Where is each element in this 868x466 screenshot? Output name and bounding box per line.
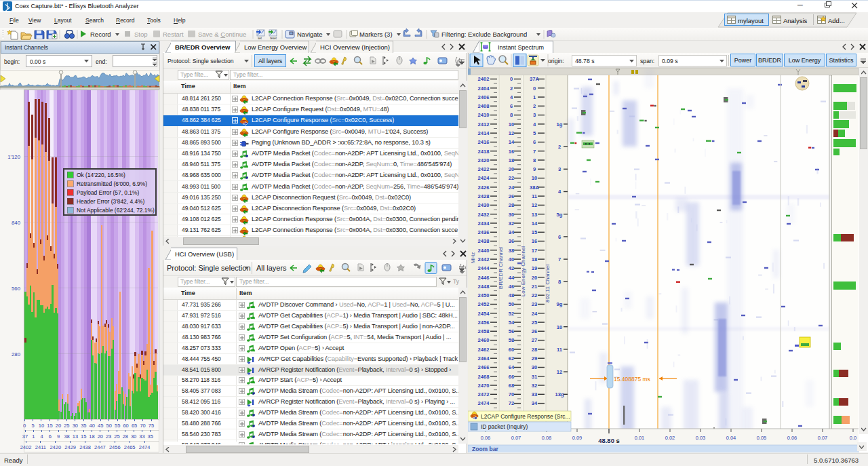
- svg-text:ID packet (Inquiry): ID packet (Inquiry): [481, 423, 528, 430]
- svg-text:5: 5: [31, 423, 34, 429]
- svg-text:40: 40: [509, 256, 514, 263]
- svg-text:40: 40: [90, 423, 95, 429]
- svg-text:4: 4: [41, 433, 43, 440]
- svg-text:35: 35: [148, 433, 153, 440]
- svg-text:60: 60: [123, 423, 128, 429]
- svg-text:18: 18: [509, 157, 514, 163]
- svg-text:2429: 2429: [64, 444, 76, 450]
- svg-text:Restart: Restart: [163, 31, 184, 38]
- svg-text:20: 20: [532, 275, 537, 281]
- svg-text:0.04: 0.04: [726, 435, 736, 441]
- svg-text:33: 33: [532, 391, 537, 397]
- svg-text:64: 64: [509, 364, 515, 370]
- svg-text:16: 16: [509, 149, 514, 155]
- svg-text:32: 32: [509, 220, 514, 227]
- svg-text:29: 29: [532, 355, 537, 362]
- svg-text:72: 72: [509, 400, 514, 406]
- svg-text:66: 66: [509, 374, 514, 380]
- svg-text:2418: 2418: [478, 149, 490, 155]
- svg-text:13: 13: [532, 212, 537, 218]
- svg-text:50: 50: [509, 301, 514, 307]
- svg-text:2450: 2450: [478, 292, 490, 298]
- svg-text:MHz: MHz: [470, 252, 476, 263]
- svg-text:0.07: 0.07: [511, 435, 521, 441]
- svg-text:6: 6: [510, 103, 513, 109]
- svg-text:Record: Record: [90, 31, 111, 38]
- svg-text:2458: 2458: [478, 328, 490, 334]
- svg-text:7: 7: [558, 256, 561, 263]
- svg-text:33: 33: [139, 433, 144, 440]
- svg-text:10: 10: [532, 175, 537, 181]
- svg-text:2444: 2444: [478, 265, 490, 271]
- svg-text:2446: 2446: [478, 275, 490, 281]
- svg-text:2474: 2474: [139, 444, 151, 450]
- svg-text:25: 25: [64, 423, 69, 429]
- svg-text:2472: 2472: [478, 391, 490, 397]
- svg-text:Filtering: Exclude Background: Filtering: Exclude Background: [441, 31, 527, 38]
- svg-text:3: 3: [558, 166, 561, 172]
- svg-text:14: 14: [509, 139, 515, 145]
- svg-text:280: 280: [12, 351, 21, 357]
- svg-text:13g: 13g: [555, 391, 564, 397]
- svg-text:45: 45: [98, 423, 103, 429]
- svg-text:2432: 2432: [478, 212, 490, 218]
- svg-text:34: 34: [509, 229, 515, 235]
- svg-text:15: 15: [81, 433, 86, 440]
- svg-text:35: 35: [81, 423, 86, 429]
- svg-text:9: 9: [533, 166, 536, 172]
- svg-text:21: 21: [532, 284, 538, 290]
- svg-text:26: 26: [532, 328, 537, 334]
- svg-text:0.09: 0.09: [572, 435, 583, 441]
- svg-text:2438: 2438: [79, 444, 91, 450]
- svg-text:12: 12: [532, 202, 537, 208]
- svg-text:70: 70: [140, 423, 145, 429]
- svg-text:2420: 2420: [478, 157, 490, 163]
- svg-text:10: 10: [39, 423, 44, 429]
- svg-text:37: 37: [22, 433, 28, 440]
- svg-text:28: 28: [532, 347, 537, 353]
- svg-text:0.03: 0.03: [696, 435, 706, 441]
- svg-text:60: 60: [509, 347, 514, 353]
- svg-text:840: 840: [12, 220, 21, 226]
- svg-text:8: 8: [533, 157, 536, 163]
- svg-text:2464: 2464: [478, 355, 490, 362]
- svg-text:15: 15: [47, 423, 52, 429]
- svg-text:2411: 2411: [35, 444, 46, 450]
- svg-text:55: 55: [115, 423, 120, 429]
- svg-text:50: 50: [106, 423, 112, 429]
- svg-text:0.06: 0.06: [481, 435, 491, 441]
- svg-text:8: 8: [510, 112, 513, 118]
- svg-text:5g: 5g: [557, 212, 563, 218]
- svg-text:3: 3: [533, 112, 536, 118]
- svg-text:24: 24: [532, 311, 538, 317]
- svg-text:23: 23: [106, 433, 111, 440]
- svg-text:28: 28: [123, 433, 128, 440]
- svg-text:0: 0: [510, 76, 513, 82]
- svg-text:2434: 2434: [478, 220, 490, 227]
- svg-text:52: 52: [509, 311, 514, 317]
- svg-text:24: 24: [509, 185, 515, 191]
- svg-text:Low Energy Channel: Low Energy Channel: [520, 246, 526, 296]
- svg-text:18: 18: [89, 433, 94, 440]
- svg-text:0.0: 0.0: [850, 435, 856, 441]
- svg-text:30: 30: [73, 423, 78, 429]
- svg-text:9g: 9g: [557, 301, 563, 307]
- svg-text:2414: 2414: [478, 130, 490, 136]
- svg-text:0.02: 0.02: [665, 435, 675, 441]
- svg-text:32: 32: [532, 383, 537, 389]
- svg-text:65: 65: [132, 423, 137, 429]
- svg-text:2465: 2465: [124, 444, 136, 450]
- svg-text:2402: 2402: [20, 444, 32, 450]
- svg-text:2452: 2452: [478, 301, 490, 307]
- svg-text:20: 20: [56, 423, 61, 429]
- svg-text:75: 75: [149, 423, 154, 429]
- svg-text:56: 56: [509, 328, 514, 334]
- svg-text:2466: 2466: [478, 364, 490, 370]
- svg-text:30: 30: [532, 364, 537, 370]
- svg-text:30: 30: [131, 433, 136, 440]
- svg-text:10: 10: [509, 121, 514, 128]
- svg-text:16: 16: [532, 238, 537, 244]
- svg-text:1'120: 1'120: [7, 154, 20, 160]
- svg-text:6: 6: [533, 139, 536, 145]
- svg-text:2468: 2468: [478, 374, 490, 380]
